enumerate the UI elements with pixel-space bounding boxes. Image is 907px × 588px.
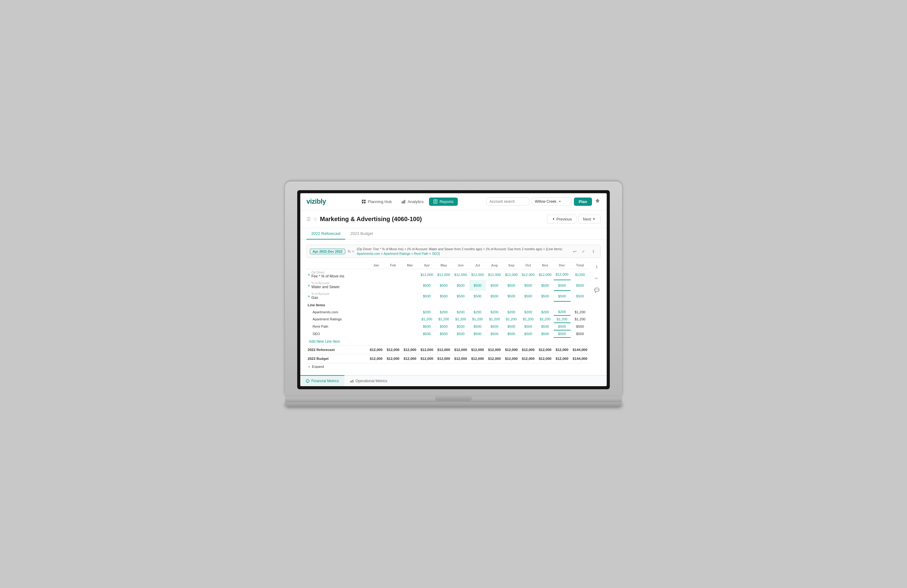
cell-rp-nov[interactable]: $500: [537, 323, 553, 330]
star-icon[interactable]: ☆: [313, 216, 317, 222]
cell-rf-jun[interactable]: $12,000: [452, 345, 469, 354]
cell-fee-sep[interactable]: $12,000: [503, 269, 520, 280]
cell-rf-dec[interactable]: $12,000: [554, 345, 570, 354]
cell-gas-nov[interactable]: $500: [537, 291, 553, 301]
add-water-btn[interactable]: +: [308, 283, 310, 288]
cell-bud-mar[interactable]: $12,000: [401, 354, 418, 363]
cell-seo-jul[interactable]: $500: [469, 330, 486, 337]
cell-water-sep[interactable]: $500: [503, 280, 520, 291]
next-button[interactable]: Next: [578, 215, 601, 224]
comment-icon[interactable]: 💬: [593, 286, 601, 294]
cell-gas-jan[interactable]: [368, 291, 385, 301]
cell-rf-oct[interactable]: $12,000: [520, 345, 537, 354]
cell-water-jul[interactable]: $500: [469, 280, 486, 291]
add-gas-btn[interactable]: +: [308, 294, 310, 299]
tab-2023-budget[interactable]: 2023 Budget: [345, 228, 378, 240]
formula-range[interactable]: Apr 2022-Dec 2022: [310, 249, 345, 254]
cell-rf-sep[interactable]: $12,000: [503, 345, 520, 354]
cell-gas-mar[interactable]: [401, 291, 418, 301]
cell-ar-apr[interactable]: $1,200: [418, 315, 435, 323]
cell-ar-feb[interactable]: [385, 315, 401, 323]
cell-ar-jun[interactable]: $1,200: [452, 315, 469, 323]
cell-rp-aug[interactable]: $500: [486, 323, 503, 330]
cell-gas-jul[interactable]: $500: [469, 291, 486, 301]
property-selector[interactable]: Willow Creek: [532, 198, 572, 206]
cell-ar-oct[interactable]: $1,200: [520, 315, 537, 323]
cell-apt-jul[interactable]: $200: [469, 308, 486, 315]
account-search-input[interactable]: [486, 198, 529, 206]
cell-rf-feb[interactable]: $12,000: [385, 345, 401, 354]
cell-rp-mar[interactable]: [401, 323, 418, 330]
cell-fee-jul[interactable]: $12,000: [469, 269, 486, 280]
formula-info-icon[interactable]: ℹ: [589, 248, 597, 256]
bottom-tab-operational[interactable]: Operational Metrics: [345, 376, 393, 386]
cell-ar-mar[interactable]: [401, 315, 418, 323]
cell-bud-oct[interactable]: $12,000: [520, 354, 537, 363]
cell-rf-nov[interactable]: $12,000: [537, 345, 553, 354]
cell-apt-jan[interactable]: [368, 308, 385, 315]
cell-fee-dec[interactable]: $12,000: [554, 269, 570, 280]
cell-water-dec[interactable]: $500: [554, 280, 570, 291]
cell-water-oct[interactable]: $500: [520, 280, 537, 291]
expand-cell[interactable]: Expand: [306, 363, 590, 371]
cell-fee-jun[interactable]: $12,000: [452, 269, 469, 280]
cell-apt-sep[interactable]: $200: [503, 308, 520, 315]
cell-apt-oct[interactable]: $200: [520, 308, 537, 315]
cell-seo-oct[interactable]: $500: [520, 330, 537, 337]
cell-gas-sep[interactable]: $500: [503, 291, 520, 301]
cell-gas-jun[interactable]: $500: [452, 291, 469, 301]
cell-water-may[interactable]: $500: [436, 280, 452, 291]
cell-water-feb[interactable]: [385, 280, 401, 291]
cell-apt-mar[interactable]: [401, 308, 418, 315]
cell-bud-feb[interactable]: $12,000: [385, 354, 401, 363]
cell-rf-apr[interactable]: $12,000: [418, 345, 435, 354]
cell-seo-jan[interactable]: [368, 330, 385, 337]
cell-rf-jan[interactable]: $12,000: [368, 345, 385, 354]
cell-rp-jun[interactable]: $500: [452, 323, 469, 330]
cell-gas-oct[interactable]: $500: [520, 291, 537, 301]
cell-ar-nov[interactable]: $1,200: [537, 315, 553, 323]
cell-bud-sep[interactable]: $12,000: [503, 354, 520, 363]
cell-bud-apr[interactable]: $12,000: [418, 354, 435, 363]
tab-2022-reforecast[interactable]: 2022 Reforecast: [306, 228, 345, 240]
cell-rp-sep[interactable]: $500: [503, 323, 520, 330]
cell-bud-jan[interactable]: $12,000: [368, 354, 385, 363]
cell-seo-sep[interactable]: $500: [503, 330, 520, 337]
hamburger-icon[interactable]: ☰: [306, 216, 311, 222]
cell-water-aug[interactable]: $500: [486, 280, 503, 291]
cell-rp-apr[interactable]: $500: [418, 323, 435, 330]
cell-bud-jul[interactable]: $12,000: [469, 354, 486, 363]
cell-bud-dec[interactable]: $12,000: [554, 354, 570, 363]
cell-rf-may[interactable]: $12,000: [436, 345, 452, 354]
cell-fee-oct[interactable]: $12,000: [520, 269, 537, 280]
cell-gas-may[interactable]: $500: [436, 291, 452, 301]
cell-fee-nov[interactable]: $12,000: [537, 269, 553, 280]
cell-ar-jul[interactable]: $1,200: [469, 315, 486, 323]
cell-water-nov[interactable]: $500: [537, 280, 553, 291]
cell-water-jan[interactable]: [368, 280, 385, 291]
cell-gas-dec[interactable]: $500: [554, 291, 570, 301]
cell-fee-mar[interactable]: [401, 269, 418, 280]
cell-ar-may[interactable]: $1,200: [436, 315, 452, 323]
cell-gas-apr[interactable]: $500: [418, 291, 435, 301]
cell-fee-feb[interactable]: [385, 269, 401, 280]
cell-fee-jan[interactable]: [368, 269, 385, 280]
cell-rf-aug[interactable]: $12,000: [486, 345, 503, 354]
cell-rf-mar[interactable]: $12,000: [401, 345, 418, 354]
cell-fee-apr[interactable]: $12,000: [418, 269, 435, 280]
add-driver-btn[interactable]: +: [308, 272, 310, 277]
cell-apt-jun[interactable]: $200: [452, 308, 469, 315]
cell-water-apr[interactable]: $500: [418, 280, 435, 291]
cell-seo-dec[interactable]: $500: [554, 330, 570, 337]
cell-bud-nov[interactable]: $12,000: [537, 354, 553, 363]
cell-fee-aug[interactable]: $12,000: [486, 269, 503, 280]
cell-rf-jul[interactable]: $12,000: [469, 345, 486, 354]
cell-apt-aug[interactable]: $200: [486, 308, 503, 315]
cell-seo-feb[interactable]: [385, 330, 401, 337]
info-icon[interactable]: ℹ: [593, 263, 601, 271]
plan-button[interactable]: Plan: [574, 198, 592, 206]
cell-rp-may[interactable]: $500: [436, 323, 452, 330]
edit-icon[interactable]: ✏: [593, 275, 601, 282]
previous-button[interactable]: Previous: [547, 215, 577, 224]
cell-rp-dec[interactable]: $500: [554, 323, 570, 330]
